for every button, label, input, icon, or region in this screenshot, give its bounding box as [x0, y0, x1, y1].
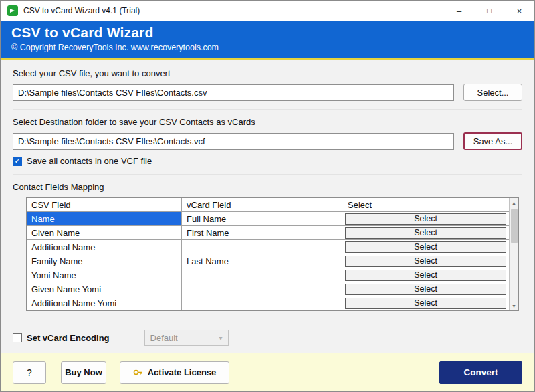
select-cell: Select: [342, 296, 518, 310]
select-cell: Select: [342, 282, 518, 296]
convert-button[interactable]: Convert: [439, 361, 522, 384]
encoding-dropdown[interactable]: Default ▾: [144, 330, 229, 346]
table-row[interactable]: NameFull NameSelect: [27, 212, 518, 226]
csv-field-cell[interactable]: Yomi Name: [27, 268, 182, 282]
table-row[interactable]: Yomi NameSelect: [27, 268, 518, 282]
mapping-label: Contact Fields Mapping: [13, 182, 522, 192]
vcard-field-cell[interactable]: Last Name: [182, 254, 342, 268]
vcard-field-cell[interactable]: [182, 282, 342, 296]
copyright-text: © Copyright RecoveryTools Inc. www.recov…: [11, 43, 524, 52]
select-file-button[interactable]: Select...: [463, 84, 522, 101]
select-cell: Select: [342, 254, 518, 268]
table-row[interactable]: Given Name YomiSelect: [27, 282, 518, 296]
footer-bar: ? Buy Now Activate License Convert: [1, 353, 534, 391]
csv-field-cell[interactable]: Additional Name Yomi: [27, 296, 182, 310]
buy-now-button[interactable]: Buy Now: [61, 361, 106, 384]
source-section: Select your CSV file, you want to conver…: [13, 68, 522, 110]
key-icon: [133, 367, 143, 377]
app-window: CSV to vCard Wizard v4.1 (Trial) – □ × C…: [0, 0, 535, 392]
row-select-button[interactable]: Select: [345, 241, 506, 253]
activate-license-button[interactable]: Activate License: [120, 361, 229, 384]
csv-field-cell[interactable]: Given Name Yomi: [27, 282, 182, 296]
destination-path-input[interactable]: [13, 133, 454, 150]
app-title: CSV to vCard Wizard: [11, 25, 524, 41]
mapping-table-header: CSV Field vCard Field Select: [27, 198, 518, 212]
select-cell: Select: [342, 268, 518, 282]
encoding-checkbox-label: Set vCard Encoding: [27, 333, 110, 343]
csv-field-cell[interactable]: Given Name: [27, 226, 182, 240]
encoding-section: Set vCard Encoding Default ▾: [13, 330, 522, 346]
activate-license-label: Activate License: [148, 367, 217, 377]
row-select-button[interactable]: Select: [345, 298, 506, 309]
scroll-down-icon[interactable]: ▼: [510, 301, 518, 310]
main-content: Select your CSV file, you want to conver…: [1, 60, 534, 353]
select-cell: Select: [342, 226, 518, 240]
source-label: Select your CSV file, you want to conver…: [13, 68, 522, 78]
destination-label: Select Destination folder to save your C…: [13, 117, 522, 127]
column-header-select: Select: [342, 198, 518, 212]
row-select-button[interactable]: Select: [345, 227, 506, 239]
column-header-csv-field: CSV Field: [27, 198, 182, 212]
csv-field-cell[interactable]: Family Name: [27, 254, 182, 268]
minimize-icon[interactable]: –: [444, 1, 474, 21]
vcard-field-cell[interactable]: [182, 240, 342, 254]
one-vcf-checkbox-label: Save all contacts in one VCF file: [27, 156, 152, 166]
source-path-input[interactable]: [13, 84, 454, 101]
column-header-vcard-field: vCard Field: [182, 198, 342, 212]
scroll-up-icon[interactable]: ▲: [510, 198, 518, 207]
maximize-glyph: □: [487, 7, 492, 15]
encoding-checkbox[interactable]: [13, 333, 22, 342]
select-cell: Select: [342, 240, 518, 254]
vcard-field-cell[interactable]: [182, 268, 342, 282]
maximize-icon[interactable]: □: [474, 1, 504, 21]
app-icon: [7, 5, 18, 16]
select-cell: Select: [342, 212, 518, 226]
window-title: CSV to vCard Wizard v4.1 (Trial): [23, 6, 444, 15]
vcard-field-cell[interactable]: [182, 296, 342, 310]
chevron-down-icon: ▾: [219, 334, 223, 342]
help-button[interactable]: ?: [13, 361, 46, 384]
one-vcf-checkbox[interactable]: ✓: [13, 157, 22, 166]
table-scrollbar[interactable]: ▲ ▼: [509, 198, 518, 310]
vcard-field-cell[interactable]: First Name: [182, 226, 342, 240]
row-select-button[interactable]: Select: [345, 213, 506, 225]
mapping-table: CSV Field vCard Field Select NameFull Na…: [26, 197, 519, 311]
check-icon: ✓: [14, 157, 20, 165]
encoding-dropdown-value: Default: [150, 333, 178, 343]
table-row[interactable]: Family NameLast NameSelect: [27, 254, 518, 268]
table-row[interactable]: Additional Name YomiSelect: [27, 296, 518, 310]
mapping-section: Contact Fields Mapping CSV Field vCard F…: [13, 182, 522, 311]
table-row[interactable]: Given NameFirst NameSelect: [27, 226, 518, 240]
csv-field-cell[interactable]: Name: [27, 212, 182, 226]
save-as-button[interactable]: Save As...: [463, 132, 522, 150]
title-bar: CSV to vCard Wizard v4.1 (Trial) – □ ×: [1, 1, 534, 21]
csv-field-cell[interactable]: Additional Name: [27, 240, 182, 254]
row-select-button[interactable]: Select: [345, 270, 506, 281]
vcard-field-cell[interactable]: Full Name: [182, 212, 342, 226]
destination-section: Select Destination folder to save your C…: [13, 117, 522, 175]
row-select-button[interactable]: Select: [345, 256, 506, 267]
close-icon[interactable]: ×: [504, 1, 534, 21]
scrollbar-thumb[interactable]: [511, 209, 518, 243]
row-select-button[interactable]: Select: [345, 284, 506, 295]
table-row[interactable]: Additional NameSelect: [27, 240, 518, 254]
app-header: CSV to vCard Wizard © Copyright Recovery…: [1, 21, 534, 58]
mapping-table-body: NameFull NameSelectGiven NameFirst NameS…: [27, 212, 518, 310]
